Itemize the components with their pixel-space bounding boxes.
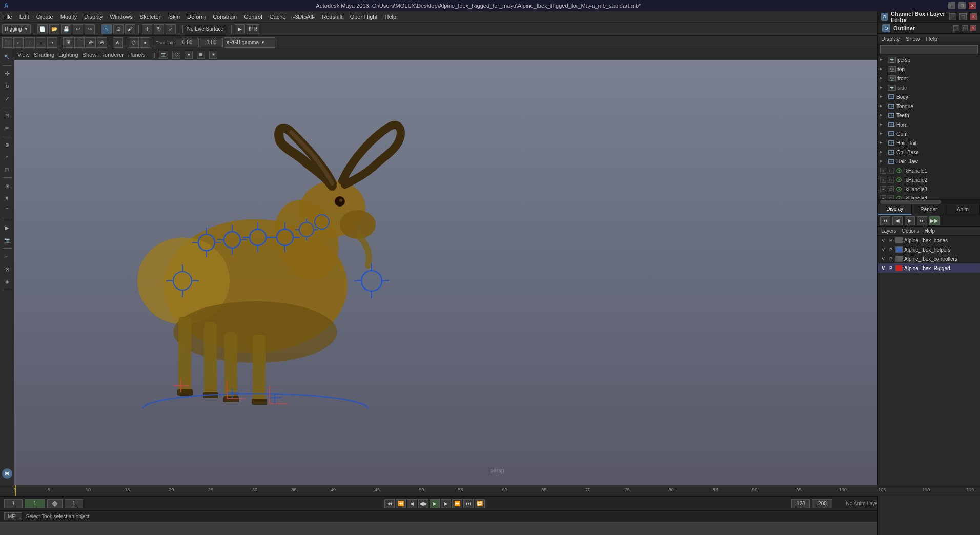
layer-menu-help[interactable]: Help <box>924 228 935 234</box>
new-scene-button[interactable]: 📄 <box>37 24 48 34</box>
menu-display[interactable]: Display <box>84 14 103 20</box>
outliner-scrollbar-h[interactable] <box>878 199 980 204</box>
ol-item-body[interactable]: ▸ Body <box>878 92 980 101</box>
ol-menu-display[interactable]: Display <box>881 36 900 42</box>
layer-menu-options[interactable]: Options <box>902 228 919 234</box>
cb-minimize-button[interactable]: ─ <box>949 13 956 20</box>
menu-file[interactable]: File <box>3 14 12 20</box>
snap-grid-left[interactable]: # <box>2 193 13 204</box>
ol-item-ctrl-base[interactable]: ▸ Ctrl_Base <box>878 148 980 157</box>
layer-v-rigged[interactable]: V <box>880 265 886 271</box>
vp-menu-renderer[interactable]: Renderer <box>100 52 124 58</box>
outliner-minimize[interactable]: ─ <box>953 25 959 31</box>
layer-play[interactable]: ▶▶ <box>929 216 940 225</box>
joint-left[interactable]: ◈ <box>2 276 13 287</box>
select-tool-button[interactable]: ↖ <box>101 24 112 34</box>
component-select-button[interactable]: ⬛ <box>2 37 12 48</box>
layer-v-bones[interactable]: V <box>880 237 886 243</box>
layer-p-bones[interactable]: P <box>888 237 894 243</box>
menu-modify[interactable]: Modify <box>60 14 77 20</box>
anim-tab[interactable]: Anim <box>946 204 980 215</box>
ol-item-ikhandle2[interactable]: + □ IkHandle2 <box>878 175 980 184</box>
mode-dropdown[interactable]: Rigging ▼ <box>2 24 31 34</box>
layer-p-controllers[interactable]: P <box>888 256 894 262</box>
ipr-button[interactable]: IPR <box>247 24 259 34</box>
paint-select-button[interactable]: 🖌 <box>125 24 135 34</box>
layer-item-controllers[interactable]: V P Alpine_Ibex_controllers <box>878 254 980 263</box>
menu-help[interactable]: Help <box>384 14 396 20</box>
menu-3dtall[interactable]: -3DtoAll- <box>293 14 315 20</box>
select-tool-left[interactable]: ↖ <box>2 51 13 63</box>
menu-deform[interactable]: Deform <box>187 14 206 20</box>
ol-item-front[interactable]: ▸ 📷 front <box>878 74 980 83</box>
ol-item-hair-jaw[interactable]: ▸ Hair_Jaw <box>878 157 980 166</box>
layer-p-helpers[interactable]: P <box>888 246 894 253</box>
cb-maximize-button[interactable]: □ <box>959 13 967 20</box>
timeline[interactable]: 1 5 10 15 20 25 30 35 40 45 50 55 60 65 … <box>0 485 980 496</box>
next-frame-button[interactable]: ▶ <box>441 499 451 508</box>
vp-menu-show[interactable]: Show <box>83 52 97 58</box>
vp-wireframe-icon[interactable]: ⬡ <box>172 51 180 59</box>
ol-menu-help[interactable]: Help <box>926 36 938 42</box>
menu-redshift[interactable]: Redshift <box>322 14 342 20</box>
render-left[interactable]: ▶ <box>2 222 13 233</box>
ol-item-horn[interactable]: ▸ Horn <box>878 120 980 129</box>
layer-item-bones[interactable]: V P Alpine_Ibex_bones <box>878 236 980 245</box>
camera-left[interactable]: 📷 <box>2 234 13 245</box>
vp-solid-icon[interactable]: ● <box>185 51 193 59</box>
outliner-search-input[interactable] <box>880 45 978 54</box>
viewport-canvas[interactable]: persp Symmetry: Off Soft Select: Off <box>14 60 980 485</box>
menu-control[interactable]: Control <box>244 14 262 20</box>
translate-input[interactable] <box>176 38 199 47</box>
save-scene-button[interactable]: 💾 <box>61 24 71 34</box>
tick-input[interactable] <box>65 499 83 508</box>
color-mode-dropdown[interactable]: sRGB gamma ▼ <box>224 37 275 48</box>
menu-create[interactable]: Create <box>36 14 53 20</box>
layer-p-rigged[interactable]: P <box>888 265 894 271</box>
range-end-input[interactable] <box>812 499 832 508</box>
ol-item-top[interactable]: ▸ 📷 top <box>878 65 980 74</box>
go-to-start-button[interactable]: ⏮ <box>384 499 395 508</box>
vp-menu-view[interactable]: View <box>17 52 30 58</box>
vp-menu-panels[interactable]: Panels <box>128 52 146 58</box>
menu-skin[interactable]: Skin <box>169 14 180 20</box>
ol-item-teeth[interactable]: ▸ Teeth <box>878 111 980 120</box>
loop-button[interactable]: 🔁 <box>475 499 485 508</box>
layer-item-rigged[interactable]: V P Alpine_Ibex_Rigged <box>878 263 980 273</box>
end-frame-input[interactable] <box>791 499 810 508</box>
render-button[interactable]: ▶ <box>235 24 245 34</box>
move-tool-button[interactable]: ✛ <box>142 24 152 34</box>
timeline-ruler[interactable]: 1 5 10 15 20 25 30 35 40 45 50 55 60 65 … <box>0 485 980 496</box>
lasso-select-button[interactable]: ⊡ <box>113 24 124 34</box>
menu-skeleton[interactable]: Skeleton <box>140 14 162 20</box>
ol-item-ikhandle1[interactable]: + □ IkHandle1 <box>878 166 980 175</box>
rotate-tool-left[interactable]: ↻ <box>2 80 13 92</box>
snap-to-point-button[interactable]: ⊕ <box>86 37 96 48</box>
play-back-button[interactable]: ◀▶ <box>418 499 428 508</box>
redo-button[interactable]: ↪ <box>85 24 95 34</box>
cv-left[interactable]: ○ <box>2 151 13 162</box>
layer-prev-key[interactable]: ⏮ <box>880 216 890 225</box>
prev-key-button[interactable]: ⏪ <box>396 499 406 508</box>
layer-left[interactable]: ≡ <box>2 251 13 262</box>
undo-button[interactable]: ↩ <box>73 24 83 34</box>
ep-left[interactable]: □ <box>2 163 13 175</box>
menu-constrain[interactable]: Constrain <box>213 14 237 20</box>
maximize-button[interactable]: □ <box>958 2 966 9</box>
edge-select-button[interactable]: — <box>36 37 46 48</box>
snap-to-grid-button[interactable]: ⊞ <box>63 37 73 48</box>
layer-menu-layers[interactable]: Layers <box>881 228 896 234</box>
vp-menu-shading[interactable]: Shading <box>34 52 54 58</box>
scale-input[interactable] <box>200 38 223 47</box>
layer-item-helpers[interactable]: V P Alpine_Ibex_helpers <box>878 245 980 254</box>
vp-texture-icon[interactable]: ▦ <box>197 51 205 59</box>
rotate-tool-button[interactable]: ↻ <box>154 24 164 34</box>
face-select-button[interactable]: ▪ <box>47 37 57 48</box>
snap-curve-left[interactable]: ⌒ <box>2 205 13 216</box>
ol-item-gum[interactable]: ▸ Gum <box>878 129 980 138</box>
ol-item-tongue[interactable]: ▸ Tongue <box>878 101 980 111</box>
snap-to-surface-button[interactable]: ⊗ <box>97 37 107 48</box>
smooth-button[interactable]: ● <box>140 37 150 48</box>
ol-item-ikhandle3[interactable]: + □ IkHandle3 <box>878 184 980 194</box>
wireframe-button[interactable]: ⬡ <box>129 37 139 48</box>
